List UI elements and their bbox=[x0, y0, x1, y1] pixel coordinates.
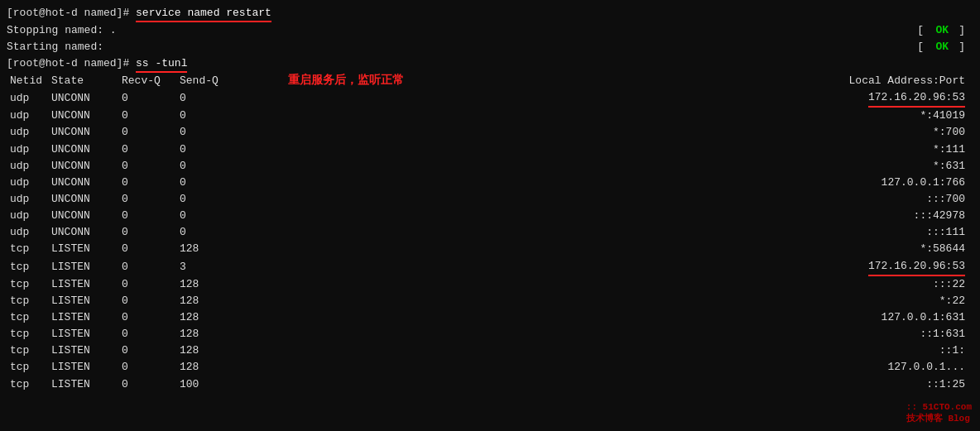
addr-underlined: 172.16.20.96:53 bbox=[868, 89, 965, 108]
cell-recvq: 0 bbox=[118, 276, 176, 293]
cell-recvq: 0 bbox=[118, 175, 176, 191]
ok1-text: OK bbox=[935, 22, 949, 39]
cell-netid: udp bbox=[7, 208, 48, 224]
cell-netid: tcp bbox=[7, 342, 48, 359]
cell-sendq: 0 bbox=[176, 141, 234, 158]
table-row: udp UNCONN 0 0 127.0.0.1:766 bbox=[7, 175, 973, 191]
cell-sendq: 0 bbox=[176, 124, 234, 141]
cell-recvq: 0 bbox=[118, 309, 176, 326]
cell-state: LISTEN bbox=[48, 342, 118, 359]
cell-netid: tcp bbox=[7, 293, 48, 309]
cell-addr: :::700 bbox=[808, 191, 973, 208]
cmd-2-underlined: ss -tunl bbox=[136, 57, 187, 73]
header-state: State bbox=[48, 73, 118, 89]
cell-sendq: 0 bbox=[176, 89, 234, 108]
annotation: 重启服务后，监听正常 bbox=[288, 73, 404, 88]
ok2-text: OK bbox=[935, 39, 949, 55]
table-row: tcp LISTEN 0 3 172.16.20.96:53 bbox=[7, 258, 973, 276]
cell-netid: udp bbox=[7, 224, 48, 241]
cell-spacer bbox=[234, 108, 808, 124]
table-row: tcp LISTEN 0 128 *:22 bbox=[7, 293, 973, 309]
cmd-1: service named restart bbox=[136, 5, 271, 22]
cell-state: UNCONN bbox=[48, 191, 118, 208]
cell-recvq: 0 bbox=[118, 326, 176, 342]
ok1-bracket-open: [ bbox=[917, 22, 924, 39]
cell-recvq: 0 bbox=[118, 141, 176, 158]
cell-sendq: 128 bbox=[176, 241, 234, 257]
cell-recvq: 0 bbox=[118, 208, 176, 224]
cell-state: LISTEN bbox=[48, 293, 118, 309]
cell-addr: :::22 bbox=[808, 276, 973, 293]
cell-state: UNCONN bbox=[48, 141, 118, 158]
cell-sendq: 0 bbox=[176, 191, 234, 208]
cell-state: LISTEN bbox=[48, 241, 118, 257]
cell-spacer bbox=[234, 376, 808, 393]
ok2-bracket-open: [ bbox=[917, 39, 924, 55]
cell-netid: udp bbox=[7, 158, 48, 175]
cell-recvq: 0 bbox=[118, 258, 176, 276]
cell-spacer bbox=[234, 191, 808, 208]
cell-spacer bbox=[234, 359, 808, 376]
table-row: tcp LISTEN 0 100 ::1:25 bbox=[7, 376, 973, 393]
cell-state: LISTEN bbox=[48, 309, 118, 326]
cell-sendq: 3 bbox=[176, 258, 234, 276]
table-row: tcp LISTEN 0 128 ::1: bbox=[7, 342, 973, 359]
cell-state: UNCONN bbox=[48, 208, 118, 224]
cell-addr: :::111 bbox=[808, 224, 973, 241]
cell-recvq: 0 bbox=[118, 293, 176, 309]
cell-addr: :::42978 bbox=[808, 208, 973, 224]
cell-spacer bbox=[234, 276, 808, 293]
cell-recvq: 0 bbox=[118, 191, 176, 208]
cell-netid: udp bbox=[7, 89, 48, 108]
cell-addr: *:41019 bbox=[808, 108, 973, 124]
cell-netid: tcp bbox=[7, 276, 48, 293]
cell-sendq: 100 bbox=[176, 376, 234, 393]
cell-state: LISTEN bbox=[48, 376, 118, 393]
cell-addr: 127.0.0.1:766 bbox=[808, 175, 973, 191]
cell-state: UNCONN bbox=[48, 124, 118, 141]
table-row: tcp LISTEN 0 128 ::1:631 bbox=[7, 326, 973, 342]
header-localaddr: Local Address:Port bbox=[808, 73, 973, 89]
cell-addr: ::1:25 bbox=[808, 376, 973, 393]
cell-sendq: 0 bbox=[176, 224, 234, 241]
table-row: udp UNCONN 0 0 *:700 bbox=[7, 124, 973, 141]
prompt-1: [root@hot-d named]# bbox=[7, 5, 136, 22]
cell-recvq: 0 bbox=[118, 158, 176, 175]
cell-netid: tcp bbox=[7, 309, 48, 326]
header-sendq: Send-Q bbox=[176, 73, 234, 89]
header-recvq: Recv-Q bbox=[118, 73, 176, 89]
cell-spacer bbox=[234, 208, 808, 224]
table-row: tcp LISTEN 0 128 127.0.0.1:631 bbox=[7, 309, 973, 326]
ss-tbody: udp UNCONN 0 0 172.16.20.96:53 udp UNCON… bbox=[7, 89, 973, 393]
table-row: udp UNCONN 0 0 :::700 bbox=[7, 191, 973, 208]
cell-state: UNCONN bbox=[48, 108, 118, 124]
cell-spacer bbox=[234, 224, 808, 241]
ok1-bracket-close: ] bbox=[958, 22, 965, 39]
cell-addr: 172.16.20.96:53 bbox=[808, 89, 973, 108]
ok2-bracket-close: ] bbox=[958, 39, 965, 55]
cell-spacer bbox=[234, 89, 808, 108]
cell-addr: 172.16.20.96:53 bbox=[808, 258, 973, 276]
table-row: tcp LISTEN 0 128 :::22 bbox=[7, 276, 973, 293]
cell-sendq: 128 bbox=[176, 276, 234, 293]
table-row: udp UNCONN 0 0 :::42978 bbox=[7, 208, 973, 224]
cell-spacer bbox=[234, 342, 808, 359]
cell-spacer bbox=[234, 326, 808, 342]
cell-spacer bbox=[234, 158, 808, 175]
cell-addr: 127.0.0.1... bbox=[808, 359, 973, 376]
stopping-line: Stopping named: . [ OK ] bbox=[7, 22, 973, 39]
cell-recvq: 0 bbox=[118, 108, 176, 124]
cell-netid: udp bbox=[7, 175, 48, 191]
table-row: tcp LISTEN 0 128 127.0.0.1... bbox=[7, 359, 973, 376]
addr-underlined: 172.16.20.96:53 bbox=[868, 258, 965, 276]
cell-sendq: 128 bbox=[176, 293, 234, 309]
starting-text: Starting named: bbox=[7, 41, 103, 53]
stopping-text: Stopping named: . bbox=[7, 24, 117, 36]
cell-netid: udp bbox=[7, 108, 48, 124]
cell-sendq: 0 bbox=[176, 175, 234, 191]
cell-sendq: 128 bbox=[176, 342, 234, 359]
cell-sendq: 0 bbox=[176, 158, 234, 175]
terminal: [root@hot-d named]# service named restar… bbox=[0, 0, 980, 431]
cell-sendq: 128 bbox=[176, 326, 234, 342]
cell-state: LISTEN bbox=[48, 359, 118, 376]
